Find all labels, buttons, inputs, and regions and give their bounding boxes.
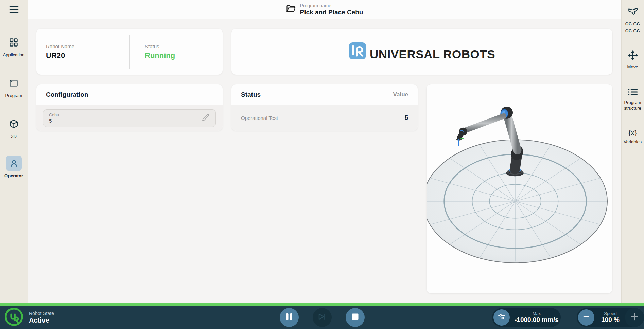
brand-wordmark: UNIVERSAL ROBOTS — [370, 48, 495, 61]
speed-value: 100 % — [601, 316, 620, 324]
speed-readout: Speed 100 % — [596, 311, 625, 324]
sidebar-item-application[interactable]: Application — [3, 35, 25, 58]
configuration-body: Cebu 5 — [36, 105, 223, 131]
status-card: Status Value Operational Test 5 — [231, 84, 418, 131]
status-row-value: 5 — [405, 114, 408, 122]
hand-move-icon — [627, 7, 639, 18]
max-label: Max — [533, 311, 541, 316]
robot-3d-render — [427, 84, 612, 293]
status-card-header: Status Value — [231, 84, 418, 105]
sidebar-item-label: Program structure — [622, 100, 644, 111]
sidebar-item-move[interactable]: Move — [622, 50, 644, 70]
main-content: Robot Name UR20 Status Running UNIVERSAL… — [28, 19, 621, 303]
skip-to-end-button[interactable] — [313, 308, 332, 327]
pause-icon — [285, 313, 293, 322]
sidebar-item-program[interactable]: Program — [5, 75, 22, 98]
hamburger-menu-button[interactable] — [6, 4, 21, 16]
value-column-header: Value — [393, 91, 408, 98]
main-row: Application Program 3D Operator — [0, 0, 644, 303]
robot-status-value: Running — [145, 51, 223, 60]
speed-settings-button[interactable] — [493, 309, 510, 326]
robot-info-card: Robot Name UR20 Status Running — [36, 29, 223, 75]
polyscope-app: Application Program 3D Operator — [0, 0, 644, 329]
stop-button[interactable] — [346, 308, 365, 327]
program-title-block[interactable]: Program name Pick and Place Cebu — [286, 3, 363, 16]
robot-state-group[interactable]: Robot State Active — [4, 307, 54, 328]
skip-to-end-icon — [318, 313, 327, 322]
sidebar-item-variables[interactable]: {x} Variables — [622, 129, 644, 145]
brand-card: UNIVERSAL ROBOTS — [231, 29, 612, 75]
max-speed-readout: Max -1000.00 mm/s — [511, 311, 562, 324]
right-sidebar: CC CC CC CC Move — [621, 0, 644, 303]
speed-decrease-button[interactable] — [578, 309, 594, 326]
configuration-title: Configuration — [46, 91, 88, 98]
configuration-card-header: Configuration — [36, 84, 223, 105]
sidebar-item-program-structure[interactable]: Program structure — [622, 88, 644, 111]
robot-state-label: Robot State — [29, 311, 54, 316]
hand-guide-caption: CC CC CC CC — [623, 21, 643, 34]
sidebar-item-label: Move — [622, 64, 644, 70]
status-title: Status — [241, 91, 261, 98]
max-value: -1000.00 mm/s — [515, 316, 559, 324]
program-name-label: Program name — [300, 3, 363, 8]
left-sidebar: Application Program 3D Operator — [0, 0, 28, 303]
transport-controls — [280, 308, 365, 327]
ur-logo-mark-icon — [349, 42, 366, 61]
bottom-control-bar: Robot State Active — [0, 306, 644, 329]
sidebar-item-hand-guide[interactable]: CC CC CC CC — [623, 7, 643, 34]
pencil-icon[interactable] — [201, 113, 210, 123]
folder-open-icon — [286, 4, 296, 15]
program-name: Pick and Place Cebu — [300, 8, 363, 16]
operator-person-icon — [6, 156, 22, 171]
status-table-row: Operational Test 5 — [231, 105, 418, 131]
configuration-card: Configuration Cebu 5 — [36, 84, 223, 131]
sidebar-item-label: Application — [3, 53, 25, 58]
sliders-icon — [498, 313, 506, 322]
speed-increase-button[interactable] — [625, 308, 644, 327]
field-label: Cebu — [49, 113, 201, 117]
hamburger-icon — [9, 5, 19, 15]
sidebar-item-label: 3D — [11, 134, 17, 139]
sidebar-item-label: Operator — [4, 173, 23, 179]
speed-pill: Speed 100 % — [577, 308, 644, 327]
sidebar-item-operator[interactable]: Operator — [4, 156, 23, 179]
robot-state-value: Active — [29, 316, 54, 324]
app-grid-icon — [6, 35, 21, 50]
robot-status-label: Status — [145, 43, 223, 49]
sidebar-item-label: Program — [5, 93, 22, 98]
max-speed-pill: Max -1000.00 mm/s — [492, 308, 561, 327]
ur-badge-icon — [4, 307, 23, 328]
plus-icon — [630, 312, 639, 323]
center-column: Program name Pick and Place Cebu Robot N… — [28, 0, 621, 303]
sidebar-item-3d[interactable]: 3D — [6, 116, 22, 139]
list-structure-icon — [628, 88, 638, 97]
robot-name-label: Robot Name — [46, 43, 129, 49]
status-row-name: Operational Test — [241, 115, 278, 121]
sidebar-item-label: Variables — [622, 139, 644, 145]
safety-green-divider — [0, 303, 644, 306]
universal-robots-logo: UNIVERSAL ROBOTS — [349, 42, 495, 61]
program-window-icon — [6, 75, 21, 91]
cube-3d-icon — [6, 116, 22, 132]
variables-icon: {x} — [628, 129, 637, 137]
move-arrows-icon — [628, 50, 638, 62]
stop-icon — [351, 313, 359, 322]
robot-name-block: Robot Name UR20 — [36, 43, 129, 60]
field-value: 5 — [49, 118, 201, 124]
pause-button[interactable] — [280, 308, 299, 327]
configuration-field[interactable]: Cebu 5 — [43, 109, 216, 127]
robot-status-block: Status Running — [129, 35, 223, 69]
speed-controls-group: Max -1000.00 mm/s Speed 100 % — [492, 308, 644, 327]
minus-icon — [582, 313, 590, 322]
robot-name-value: UR20 — [46, 51, 129, 60]
speed-label: Speed — [604, 311, 617, 316]
header: Program name Pick and Place Cebu — [28, 0, 621, 19]
robot-3d-viewport[interactable] — [427, 84, 612, 293]
